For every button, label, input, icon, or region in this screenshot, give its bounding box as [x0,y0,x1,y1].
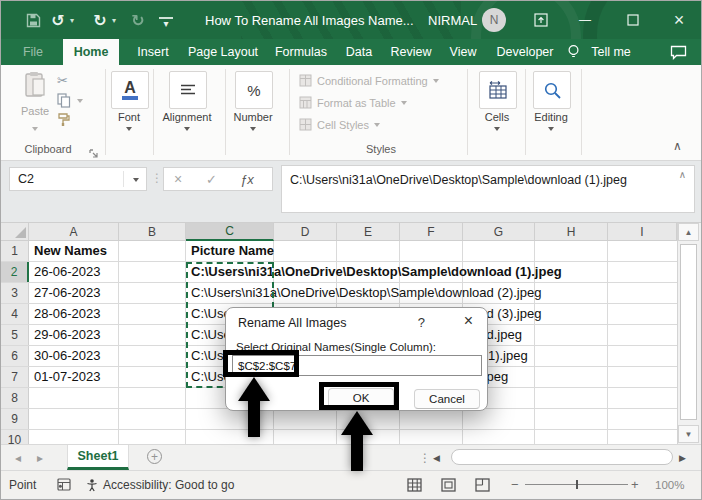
formula-bar-expand-icon[interactable]: ∧ [679,169,686,180]
column-header-b[interactable]: B [119,223,186,241]
ribbon-display-options-icon[interactable] [529,1,553,39]
tab-home[interactable]: Home [63,39,119,65]
column-header-c[interactable]: C [186,223,274,241]
close-icon[interactable]: × [667,1,691,39]
format-painter-icon[interactable] [57,112,71,130]
zoom-slider-thumb[interactable] [576,480,578,489]
insert-function-icon[interactable]: ƒx [240,168,260,190]
editing-button[interactable] [533,71,571,109]
redo-chevron-icon[interactable]: ▾ [110,1,118,39]
row-header-4[interactable]: 4 [1,304,29,324]
format-as-table-button[interactable]: Format as Table [299,96,407,109]
cells-button[interactable] [479,71,517,109]
tab-view[interactable]: View [441,39,485,65]
scroll-up-icon[interactable]: ▲ [678,223,699,241]
row-header-6[interactable]: 6 [1,346,29,366]
tab-page-layout[interactable]: Page Layout [181,39,265,65]
sheet-tab-sheet1[interactable]: Sheet1 [67,445,129,470]
row-header-5[interactable]: 5 [1,325,29,345]
editing-chevron-icon[interactable] [548,127,554,131]
avatar[interactable]: N [482,8,506,32]
accessibility-status[interactable]: Accessibility: Good to go [103,471,234,498]
tab-developer[interactable]: Developer [487,39,563,65]
enter-entry-icon[interactable]: ✓ [206,168,220,190]
column-header-a[interactable]: A [29,223,119,241]
column-header-f[interactable]: F [400,223,463,241]
paste-button[interactable]: Paste [15,71,55,117]
dialog-close-icon[interactable]: × [464,312,473,330]
minimize-icon[interactable]: — [573,1,597,39]
copy-icon[interactable] [57,93,71,112]
font-button[interactable]: A [111,71,149,109]
tab-insert[interactable]: Insert [129,39,177,65]
column-header-d[interactable]: D [274,223,337,241]
range-input[interactable]: $C$2:$C$7 [232,355,482,376]
alignment-chevron-icon[interactable] [184,127,190,131]
zoom-level[interactable]: 100% [655,471,684,498]
row-header-7[interactable]: 7 [1,367,29,387]
save-icon[interactable] [23,1,43,39]
add-sheet-icon[interactable]: + [147,449,162,464]
column-header-h[interactable]: H [535,223,608,241]
dialog-help-icon[interactable]: ? [418,315,425,330]
cell-a6[interactable]: 30-06-2023 [34,346,101,366]
redo-icon[interactable]: ↻ [91,1,109,39]
row-header-2[interactable]: 2 [1,262,29,282]
comment-icon[interactable] [663,39,693,65]
normal-view-icon[interactable] [407,471,422,498]
number-chevron-icon[interactable] [250,127,256,131]
copy-chevron-icon[interactable] [77,99,83,103]
tab-file[interactable]: File [11,39,55,65]
alignment-button[interactable] [169,71,207,109]
font-chevron-icon[interactable] [126,127,132,131]
name-box-chevron-icon[interactable] [133,178,139,182]
sync-icon[interactable]: ↻ [129,1,147,39]
cell-a7[interactable]: 01-07-2023 [34,367,101,387]
tab-formulas[interactable]: Formulas [267,39,335,65]
name-box[interactable]: C2 [9,167,147,191]
horizontal-scroll-thumb[interactable] [451,449,673,465]
cell-a1[interactable]: New Names [34,241,107,261]
formula-input[interactable]: C:\Users\ni31a\OneDrive\Desktop\Sample\d… [281,165,695,213]
macro-record-icon[interactable] [57,471,71,498]
cell-c1[interactable]: Picture Name [191,241,274,261]
cell-a4[interactable]: 28-06-2023 [34,304,101,324]
tab-bar-grip-icon[interactable]: ⋮ [419,445,427,470]
sheet-nav-right-icon[interactable]: ▸ [37,445,49,470]
cancel-entry-icon[interactable]: × [174,168,188,190]
number-button[interactable]: % [235,71,273,109]
customize-quick-access-icon[interactable]: ▾ [159,17,173,27]
row-header-8[interactable]: 8 [1,388,29,408]
hscroll-right-icon[interactable]: ▶ [679,445,691,470]
tab-data[interactable]: Data [337,39,381,65]
zoom-out-icon[interactable]: − [511,471,519,498]
row-header-10[interactable]: 10 [1,430,29,444]
cut-icon[interactable]: ✂ [57,73,68,88]
accessibility-icon[interactable] [85,471,99,498]
undo-icon[interactable]: ↺ [49,1,67,39]
sheet-nav-left-icon[interactable]: ◂ [15,445,27,470]
hscroll-left-icon[interactable]: ◀ [433,445,445,470]
column-header-g[interactable]: G [463,223,535,241]
page-layout-view-icon[interactable] [441,471,456,498]
page-break-view-icon[interactable] [475,471,490,498]
ok-button[interactable]: OK [328,388,394,408]
maximize-icon[interactable] [621,1,645,39]
cell-a2[interactable]: 26-06-2023 [34,262,101,282]
cell-styles-button[interactable]: Cell Styles [299,118,380,131]
cell-a5[interactable]: 29-06-2023 [34,325,101,345]
collapse-ribbon-icon[interactable]: ∧ [673,139,682,153]
row-header-1[interactable]: 1 [1,241,29,261]
cancel-button[interactable]: Cancel [414,389,480,409]
vertical-scrollbar[interactable]: ▲ ▼ [677,223,699,444]
formula-bar-grip-icon[interactable]: ⋮ [151,171,163,185]
row-header-9[interactable]: 9 [1,409,29,429]
vertical-scroll-thumb[interactable] [680,244,697,420]
scroll-down-icon[interactable]: ▼ [678,425,699,443]
zoom-in-icon[interactable]: + [631,471,639,498]
column-header-e[interactable]: E [337,223,400,241]
tell-me-box[interactable]: Tell me [585,39,637,65]
cell-a3[interactable]: 27-06-2023 [34,283,101,303]
select-all-corner[interactable] [1,223,29,241]
undo-chevron-icon[interactable]: ▾ [68,1,76,39]
